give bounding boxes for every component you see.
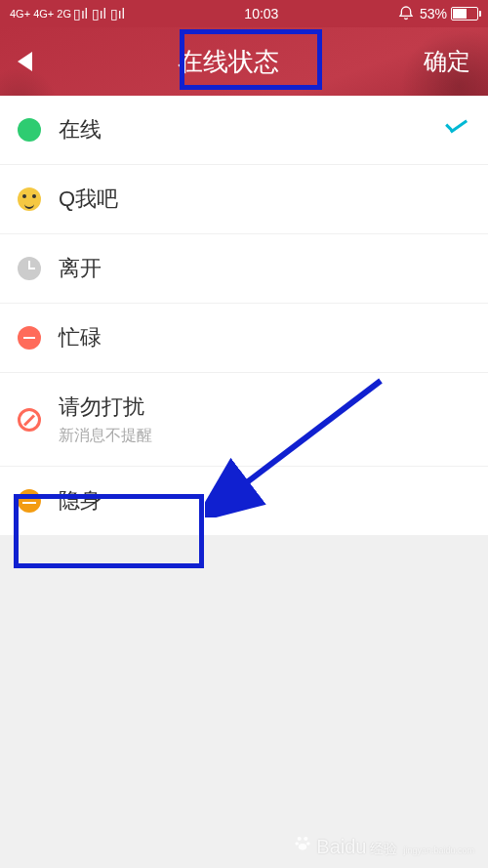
item-text: 隐身 xyxy=(59,486,470,516)
qme-icon xyxy=(18,187,41,211)
invisible-icon xyxy=(18,489,41,513)
status-option-qme[interactable]: Q我吧 xyxy=(0,165,488,234)
item-text: 请勿打扰 新消息不提醒 xyxy=(59,393,470,446)
item-label: 隐身 xyxy=(59,486,470,516)
busy-icon xyxy=(18,326,41,350)
svg-point-6 xyxy=(299,844,306,850)
status-option-away[interactable]: 离开 xyxy=(0,234,488,304)
online-icon xyxy=(18,118,41,142)
watermark-paw-icon xyxy=(293,834,312,858)
item-label: 忙碌 xyxy=(59,323,470,352)
alarm-icon xyxy=(398,5,414,23)
watermark: Baidu 经验 jingyan.baidu.com xyxy=(293,834,474,858)
dnd-icon xyxy=(18,408,41,432)
confirm-button[interactable]: 确定 xyxy=(424,46,470,77)
status-option-busy[interactable]: 忙碌 xyxy=(0,304,488,373)
status-bar-time: 10:03 xyxy=(244,6,278,21)
header-bar: 在线状态 确定 xyxy=(0,27,488,96)
svg-point-5 xyxy=(306,842,310,846)
svg-point-4 xyxy=(296,842,300,846)
watermark-sub: 经验 xyxy=(370,841,397,858)
watermark-url: jingyan.baidu.com xyxy=(403,846,474,855)
battery-indicator: 53% xyxy=(420,6,478,21)
page-title: 在线状态 xyxy=(166,39,291,85)
checkmark-icon xyxy=(443,122,470,138)
signal-bars-icon: ▯ıl ▯ıl ▯ıl xyxy=(73,6,125,21)
item-label: 离开 xyxy=(59,254,470,283)
status-list: 在线 Q我吧 离开 忙碌 请勿打扰 新消息不提醒 隐身 xyxy=(0,96,488,535)
item-label: 请勿打扰 xyxy=(59,393,470,422)
item-sublabel: 新消息不提醒 xyxy=(59,426,470,446)
watermark-main: Baidu xyxy=(316,836,366,858)
back-button[interactable] xyxy=(18,52,32,71)
item-label: Q我吧 xyxy=(59,185,470,214)
status-bar: 4G+ 4G+ 2G ▯ıl ▯ıl ▯ıl 10:03 53% xyxy=(0,0,488,27)
status-bar-left: 4G+ 4G+ 2G ▯ıl ▯ıl ▯ıl xyxy=(10,6,125,21)
item-text: Q我吧 xyxy=(59,185,470,214)
away-icon xyxy=(18,257,41,280)
item-text: 在线 xyxy=(59,115,443,145)
item-text: 离开 xyxy=(59,254,470,283)
status-bar-right: 53% xyxy=(398,5,478,23)
status-option-invisible[interactable]: 隐身 xyxy=(0,467,488,535)
svg-point-3 xyxy=(305,837,308,841)
item-label: 在线 xyxy=(59,115,443,145)
status-option-dnd[interactable]: 请勿打扰 新消息不提醒 xyxy=(0,373,488,467)
network-indicator: 4G+ 4G+ 2G xyxy=(10,9,71,20)
item-text: 忙碌 xyxy=(59,323,470,352)
battery-percent: 53% xyxy=(420,6,447,21)
battery-icon xyxy=(451,7,478,21)
status-option-online[interactable]: 在线 xyxy=(0,96,488,165)
svg-point-2 xyxy=(298,837,302,841)
